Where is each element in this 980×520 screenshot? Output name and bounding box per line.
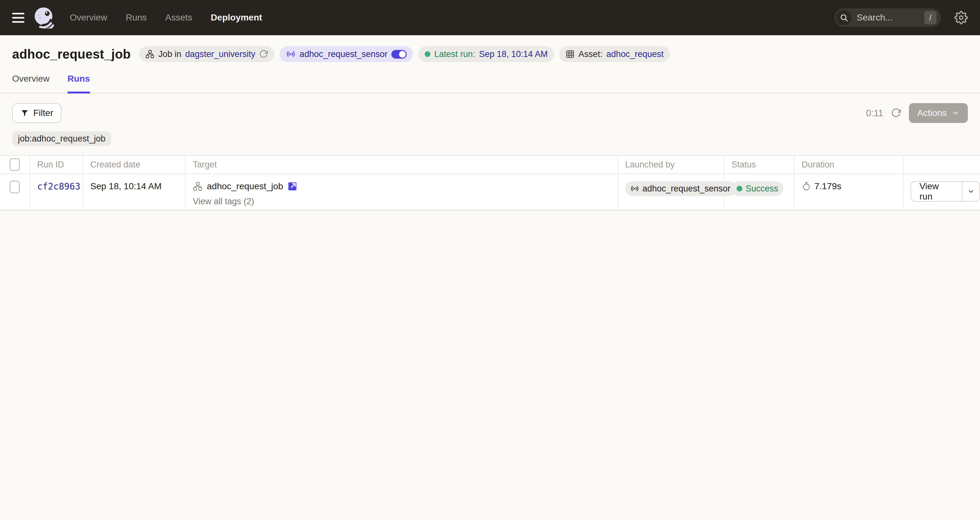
search-input[interactable]: Search... / (835, 8, 941, 27)
row-checkbox[interactable] (10, 181, 20, 193)
page-title: adhoc_request_job (12, 47, 130, 62)
column-header-run-id: Run ID (30, 156, 83, 173)
status-dot-icon (737, 186, 742, 191)
topbar-right: Search... / (835, 8, 968, 27)
table-row: cf2c8963 Sep 18, 10:14 AM adhoc_request_… (0, 174, 980, 211)
settings-gear-icon[interactable] (955, 11, 968, 24)
asset-tag[interactable]: Asset: adhoc_request (559, 46, 670, 62)
asset-link[interactable]: adhoc_request (606, 49, 663, 59)
nav-deployment[interactable]: Deployment (211, 13, 262, 23)
view-run-label: View run (911, 182, 962, 201)
search-shortcut-badge: / (924, 11, 937, 24)
toolbar-right: 0:11 Actions (866, 103, 968, 123)
column-header-status: Status (724, 156, 795, 173)
job-graph-icon (145, 49, 154, 59)
search-icon (839, 13, 848, 22)
top-navigation-bar: Overview Runs Assets Deployment Search..… (0, 0, 980, 35)
launched-by-label: adhoc_request_sensor (643, 184, 730, 194)
menu-icon[interactable] (12, 13, 24, 23)
sensor-name-link[interactable]: adhoc_request_sensor (299, 49, 388, 59)
code-location-link[interactable]: dagster_university (185, 49, 255, 59)
latest-run-prefix: Latest run: (434, 49, 475, 59)
launched-by-chip[interactable]: adhoc_request_sensor (625, 181, 736, 196)
refresh-icon[interactable] (891, 108, 901, 118)
filter-button[interactable]: Filter (12, 103, 62, 123)
tab-runs[interactable]: Runs (68, 74, 90, 94)
open-in-new-icon[interactable] (288, 181, 297, 191)
column-header-target: Target (186, 156, 618, 173)
runs-toolbar: Filter 0:11 Actions (0, 94, 980, 123)
search-icon-circle (836, 10, 851, 25)
page-tabs: Overview Runs (0, 74, 980, 94)
active-filters-row: job:adhoc_request_job (0, 123, 980, 146)
latest-run-status-dot-icon (425, 51, 430, 57)
primary-nav: Overview Runs Assets Deployment (70, 13, 262, 23)
filter-button-label: Filter (33, 108, 53, 118)
column-header-duration: Duration (795, 156, 904, 173)
column-header-actions (904, 156, 980, 173)
nav-runs[interactable]: Runs (126, 13, 147, 23)
status-label: Success (746, 184, 778, 194)
dagster-logo-icon[interactable] (33, 7, 55, 29)
target-job-graph-icon (193, 181, 202, 191)
actions-button[interactable]: Actions (909, 103, 968, 123)
run-id-link[interactable]: cf2c8963 (37, 181, 80, 192)
created-date-cell: Sep 18, 10:14 AM (83, 174, 186, 210)
search-placeholder: Search... (857, 13, 919, 23)
sensor-icon (286, 49, 296, 59)
job-tag-prefix: Job in (158, 49, 181, 59)
sensor-tag[interactable]: adhoc_request_sensor (280, 46, 413, 62)
view-run-chevron-down-icon[interactable] (963, 182, 979, 201)
select-all-checkbox[interactable] (10, 158, 20, 171)
column-header-launched-by: Launched by (618, 156, 724, 173)
view-all-tags-link[interactable]: View all tags (2) (193, 197, 617, 207)
header-tags: Job in dagster_university adhoc_request_… (139, 46, 670, 62)
status-badge: Success (732, 181, 783, 196)
job-location-tag[interactable]: Job in dagster_university (139, 46, 274, 62)
sensor-toggle[interactable] (391, 50, 407, 59)
stopwatch-icon (802, 181, 811, 191)
filter-funnel-icon (21, 109, 29, 117)
asset-grid-icon (566, 49, 574, 59)
launched-by-sensor-icon (630, 184, 639, 193)
view-run-button[interactable]: View run (910, 181, 980, 202)
actions-button-label: Actions (917, 108, 947, 118)
page-header: adhoc_request_job Job in dagster_univers… (0, 35, 980, 62)
tab-overview[interactable]: Overview (12, 74, 49, 94)
refresh-countdown: 0:11 (866, 108, 883, 118)
duration-value: 7.179s (815, 181, 841, 191)
nav-overview[interactable]: Overview (70, 13, 107, 23)
reload-location-icon[interactable] (259, 49, 268, 59)
nav-assets[interactable]: Assets (165, 13, 192, 23)
asset-tag-prefix: Asset: (578, 49, 602, 59)
target-job-link[interactable]: adhoc_request_job (207, 181, 283, 191)
job-filter-chip[interactable]: job:adhoc_request_job (12, 131, 111, 146)
runs-table: Run ID Created date Target Launched by S… (0, 155, 980, 211)
latest-run-tag[interactable]: Latest run: Sep 18, 10:14 AM (418, 46, 554, 62)
table-header-row: Run ID Created date Target Launched by S… (0, 156, 980, 174)
actions-chevron-down-icon (952, 109, 959, 117)
column-header-created-date: Created date (83, 156, 186, 173)
latest-run-link[interactable]: Sep 18, 10:14 AM (479, 49, 548, 59)
